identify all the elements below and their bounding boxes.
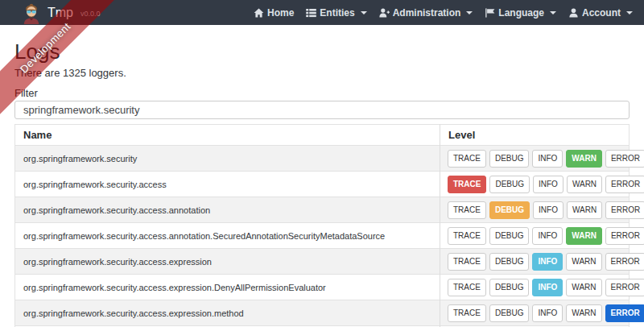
nav-item-label: Administration — [393, 7, 461, 19]
table-row: org.springframework.security.access.expr… — [15, 275, 630, 300]
level-button-warn[interactable]: WARN — [567, 176, 602, 193]
level-button-trace[interactable]: TRACE — [448, 253, 486, 271]
user-icon — [568, 8, 579, 18]
level-button-trace[interactable]: TRACE — [448, 279, 486, 296]
logger-level-cell: TRACEDEBUGINFOWARNERROR — [440, 275, 630, 300]
caret-down-icon — [361, 11, 367, 14]
level-button-trace[interactable]: TRACE — [448, 304, 486, 322]
column-header-name: Name — [15, 125, 440, 146]
nav-item-label: Language — [498, 7, 544, 19]
nav-menu: HomeEntitiesAdministrationLanguageAccoun… — [254, 7, 633, 19]
level-button-info[interactable]: INFO — [532, 150, 563, 168]
logger-level-cell: TRACEDEBUGINFOWARNERROR — [440, 300, 630, 326]
table-header-row: Name Level — [15, 125, 630, 146]
level-button-warn[interactable]: WARN — [567, 201, 602, 219]
table-row: org.springframework.security.access.expr… — [15, 249, 630, 275]
loggers-table: Name Level org.springframework.securityT… — [14, 124, 630, 327]
list-icon — [306, 8, 316, 18]
level-button-info[interactable]: INFO — [533, 176, 564, 193]
level-button-warn[interactable]: WARN — [566, 304, 601, 322]
level-button-trace[interactable]: TRACE — [448, 227, 486, 245]
column-header-level: Level — [440, 125, 630, 146]
nav-item-language[interactable]: Language — [485, 7, 556, 19]
level-button-debug[interactable]: DEBUG — [489, 176, 530, 193]
logger-level-cell: TRACEDEBUGINFOWARNERROR — [440, 197, 630, 223]
level-button-error[interactable]: ERROR — [605, 304, 644, 322]
table-row: org.springframework.security.access.anno… — [15, 197, 630, 223]
nav-item-home[interactable]: Home — [254, 7, 294, 19]
level-button-error[interactable]: ERROR — [605, 176, 644, 193]
user-plus-icon — [379, 8, 390, 18]
level-button-error[interactable]: ERROR — [605, 279, 644, 296]
level-button-info[interactable]: INFO — [532, 253, 563, 271]
logger-name: org.springframework.security.access.expr… — [15, 275, 440, 300]
home-icon — [254, 8, 264, 18]
logger-name: org.springframework.security.access.anno… — [15, 223, 440, 249]
logger-level-cell: TRACEDEBUGINFOWARNERROR — [440, 146, 630, 172]
level-button-trace[interactable]: TRACE — [448, 176, 486, 193]
level-button-warn[interactable]: WARN — [566, 253, 601, 271]
caret-down-icon — [550, 11, 556, 14]
table-row: org.springframework.security.accessTRACE… — [15, 172, 630, 197]
logger-level-cell: TRACEDEBUGINFOWARNERROR — [440, 249, 630, 275]
level-button-info[interactable]: INFO — [533, 201, 564, 219]
nav-item-entities[interactable]: Entities — [306, 7, 366, 19]
caret-down-icon — [466, 11, 473, 14]
logger-level-cell: TRACEDEBUGINFOWARNERROR — [440, 172, 630, 197]
nav-item-account[interactable]: Account — [568, 7, 633, 19]
hipster-logo-icon — [22, 3, 41, 24]
nav-item-label: Home — [267, 7, 294, 19]
logger-count: There are 1325 loggers. — [14, 67, 630, 80]
level-button-trace[interactable]: TRACE — [448, 150, 486, 168]
level-button-warn[interactable]: WARN — [566, 227, 602, 245]
level-button-error[interactable]: ERROR — [605, 227, 644, 245]
level-button-debug[interactable]: DEBUG — [489, 253, 530, 271]
flag-icon — [485, 8, 495, 18]
logs-page: Logs There are 1325 loggers. Filter Name… — [0, 39, 644, 327]
level-button-debug[interactable]: DEBUG — [489, 201, 530, 219]
level-button-debug[interactable]: DEBUG — [489, 279, 530, 296]
table-row: org.springframework.security.access.expr… — [15, 300, 630, 326]
level-button-info[interactable]: INFO — [532, 304, 563, 322]
logger-name: org.springframework.security — [15, 146, 440, 172]
table-row: org.springframework.security.access.anno… — [15, 223, 630, 249]
filter-label: Filter — [14, 87, 630, 99]
brand-home-link[interactable]: Tmp v0.0.0 — [22, 2, 101, 24]
logger-level-cell: TRACEDEBUGINFOWARNERROR — [440, 223, 630, 249]
page-title: Logs — [14, 39, 630, 64]
brand-name: Tmp — [47, 6, 73, 19]
nav-item-label: Entities — [320, 7, 354, 19]
level-button-error[interactable]: ERROR — [605, 201, 644, 219]
level-button-warn[interactable]: WARN — [566, 150, 602, 168]
level-button-debug[interactable]: DEBUG — [489, 227, 530, 245]
level-button-error[interactable]: ERROR — [605, 253, 644, 271]
table-row: org.springframework.securityTRACEDEBUGIN… — [15, 146, 630, 172]
nav-item-label: Account — [582, 7, 621, 19]
level-button-info[interactable]: INFO — [532, 227, 563, 245]
navbar: Tmp v0.0.0 HomeEntitiesAdministrationLan… — [0, 0, 644, 25]
level-button-debug[interactable]: DEBUG — [489, 304, 530, 322]
brand-version: v0.0.0 — [80, 10, 101, 18]
nav-item-administration[interactable]: Administration — [379, 7, 473, 19]
logger-name: org.springframework.security.access — [15, 172, 440, 197]
level-button-info[interactable]: INFO — [532, 279, 563, 296]
logger-name: org.springframework.security.access.expr… — [15, 300, 440, 326]
level-button-debug[interactable]: DEBUG — [489, 150, 530, 168]
logger-name: org.springframework.security.access.expr… — [15, 249, 440, 275]
level-button-error[interactable]: ERROR — [605, 150, 644, 168]
level-button-warn[interactable]: WARN — [566, 279, 601, 296]
level-button-trace[interactable]: TRACE — [448, 201, 486, 219]
caret-down-icon — [626, 11, 633, 14]
filter-input[interactable] — [14, 101, 630, 119]
logger-name: org.springframework.security.access.anno… — [15, 197, 440, 223]
